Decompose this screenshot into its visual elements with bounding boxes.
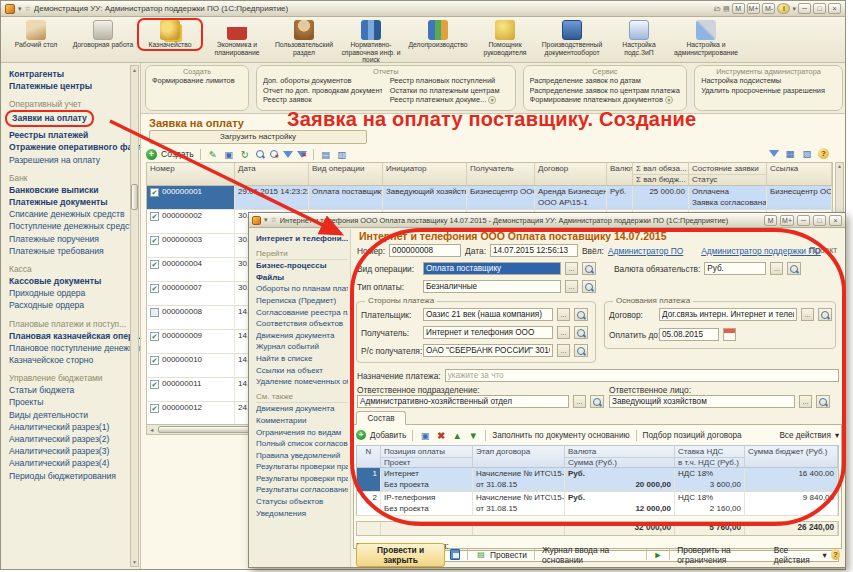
- post-and-close-button[interactable]: Провести и закрыть: [356, 543, 445, 567]
- entry-journal-button[interactable]: Журнал ввода на основании: [542, 545, 639, 565]
- recipient-choose-button[interactable]: ...: [557, 326, 570, 339]
- history-icon[interactable]: 🗁: [714, 5, 721, 12]
- pick-contract-positions-button[interactable]: Подбор позиций договора: [643, 431, 742, 440]
- clear-filter-icon[interactable]: [297, 151, 307, 158]
- panel-command[interactable]: Формирование платежных документов▼: [530, 95, 681, 105]
- items-table-row[interactable]: 1ИнтернетБез проектаНачисление № ИТС\15-…: [356, 468, 839, 492]
- sidebar-item-контрагенты[interactable]: Контрагенты: [9, 69, 64, 79]
- links-icon[interactable]: ▤: [723, 5, 730, 13]
- panel-command[interactable]: Доп. обороты документов: [263, 76, 382, 86]
- dialog-titlebar[interactable]: ▾ ☆ Интернет и телефония ООО Оплата пост…: [249, 213, 845, 228]
- payment-type-open-icon[interactable]: [582, 280, 596, 293]
- check-restrictions-button[interactable]: Проверить на ограничения: [677, 545, 769, 565]
- nav-item[interactable]: Результаты согласования: [256, 484, 348, 496]
- nav-item[interactable]: Обороты по планам плате...: [256, 283, 348, 295]
- all-actions-button[interactable]: Все действия: [774, 545, 819, 565]
- panel-command[interactable]: Формирование лимитов: [152, 76, 242, 86]
- account-choose-button[interactable]: ...: [557, 344, 570, 357]
- panel-command[interactable]: Настройка подсистемы: [701, 76, 836, 86]
- close-button[interactable]: ×: [829, 215, 842, 226]
- find-icon[interactable]: [255, 149, 265, 159]
- save-icon[interactable]: [450, 549, 460, 560]
- sidebar-item-приходные-ордера[interactable]: Приходные ордера: [9, 288, 85, 298]
- nav-item[interactable]: Удаление помеченных об...: [256, 376, 348, 388]
- payer-choose-button[interactable]: ...: [557, 308, 570, 321]
- table-header[interactable]: НомерДатаВид операцииИнициаторПолучатель…: [146, 162, 833, 186]
- department-choose-button[interactable]: ...: [573, 395, 586, 408]
- scroll-up-icon[interactable]: ▲: [132, 66, 137, 74]
- nav-item[interactable]: Ссылки на объект: [256, 365, 348, 377]
- nav-item[interactable]: Бизнес-процессы: [256, 260, 348, 272]
- cancel-find-icon[interactable]: [269, 149, 279, 159]
- favorites-star-icon[interactable]: ☆: [271, 216, 277, 224]
- calc-m-plus-button[interactable]: M+: [780, 215, 794, 226]
- ribbon-item-assistant[interactable]: Помощник руководителя: [472, 18, 538, 57]
- items-table-row[interactable]: 2IP-телефонияБез проектаНачисление № ИТС…: [356, 492, 839, 516]
- sidebar-item-аналитический-разрез-3-[interactable]: Аналитический разрез(3): [9, 446, 109, 456]
- ribbon-item-docs[interactable]: Производственный документооборот: [539, 18, 605, 57]
- nav-item[interactable]: Движения документа: [256, 330, 348, 342]
- currency-field[interactable]: [704, 262, 766, 275]
- person-choose-button[interactable]: ...: [799, 395, 812, 408]
- sidebar-item-аналитический-разрез-1-[interactable]: Аналитический разрез(1): [9, 422, 109, 432]
- chevron-down-icon[interactable]: ▾: [792, 5, 796, 13]
- payment-type-choose-button[interactable]: ...: [565, 280, 578, 293]
- panel-command[interactable]: Распределение заявок по центрам платежа: [530, 86, 681, 96]
- panel-command[interactable]: Реестр плановых поступлений: [390, 76, 509, 86]
- calc-m-button[interactable]: M: [732, 3, 745, 14]
- nav-item[interactable]: Файлы: [256, 272, 348, 284]
- add-icon[interactable]: +: [356, 430, 366, 440]
- ribbon-item-tools[interactable]: Настройка и администрирование: [673, 18, 739, 57]
- panel-command[interactable]: Удалить просроченные разрешения: [701, 86, 836, 96]
- minimize-button[interactable]: ─: [797, 215, 810, 226]
- fill-by-basis-button[interactable]: Заполнить по документу основанию: [492, 431, 629, 440]
- columns-icon[interactable]: ▥: [336, 148, 348, 160]
- favorites-star-icon[interactable]: ☆: [25, 5, 31, 13]
- person-open-icon[interactable]: [816, 395, 830, 408]
- contract-choose-button[interactable]: ...: [801, 308, 814, 321]
- chevron-down-icon[interactable]: ▼: [665, 96, 673, 104]
- close-button[interactable]: ×: [828, 3, 841, 14]
- scrollbar-thumb[interactable]: [131, 184, 138, 210]
- person-field[interactable]: [609, 395, 795, 408]
- date-field[interactable]: [490, 244, 578, 257]
- ribbon-item-user[interactable]: Пользовательский раздел: [271, 18, 337, 57]
- sidebar-item-статьи-бюджета[interactable]: Статьи бюджета: [9, 385, 74, 395]
- sidebar-item-платежные-центры[interactable]: Платежные центры: [9, 81, 92, 91]
- sidebar-item-отражение-оперативного-факта[interactable]: Отражение оперативного факта: [9, 142, 141, 152]
- ribbon-item-books[interactable]: Нормативно-справочная инф. и поиск: [338, 18, 404, 65]
- ribbon-item-desktop[interactable]: Рабочий стол: [3, 18, 69, 50]
- sidebar-item-расходные-ордера[interactable]: Расходные ордера: [9, 300, 84, 310]
- maximize-button[interactable]: □: [813, 215, 826, 226]
- panel-command[interactable]: Реестр платежных докуме...▼: [390, 95, 509, 105]
- info-icon[interactable]: i: [777, 3, 790, 14]
- main-titlebar[interactable]: ▾ ☆ Демонстрация УУ: Администратор подде…: [1, 1, 845, 17]
- panel-command[interactable]: Остатки по платежным центрам: [390, 86, 509, 96]
- currency-open-icon[interactable]: [787, 262, 801, 275]
- sidebar-item-платежные-требования[interactable]: Платежные требования: [9, 246, 104, 256]
- help-icon[interactable]: ?: [831, 549, 840, 560]
- sidebar-item-проекты[interactable]: Проекты: [9, 397, 43, 407]
- system-menu-icon[interactable]: ▾: [18, 5, 22, 13]
- department-field[interactable]: [357, 395, 569, 408]
- nav-item[interactable]: Уведомления: [256, 508, 348, 520]
- sidebar-item-разрешения-на-оплату[interactable]: Разрешения на оплату: [9, 155, 100, 165]
- play-icon[interactable]: ►: [653, 550, 662, 560]
- contract-open-icon[interactable]: [818, 308, 832, 321]
- payment-type-field[interactable]: [423, 280, 561, 293]
- add-row-button[interactable]: Добавить: [370, 431, 406, 440]
- payer-open-icon[interactable]: [574, 308, 588, 321]
- chevron-down-icon[interactable]: ▼: [488, 96, 496, 104]
- nav-item[interactable]: Движения документа: [256, 403, 348, 415]
- move-up-icon[interactable]: ▲: [451, 429, 463, 441]
- nav-item[interactable]: Найти в списке: [256, 353, 348, 365]
- tab-sostav[interactable]: Состав: [356, 411, 406, 425]
- sidebar-item-кассовые-документы[interactable]: Кассовые документы: [9, 276, 101, 286]
- calc-m-button[interactable]: M: [764, 215, 777, 226]
- create-button[interactable]: Создать: [161, 149, 194, 159]
- post-button[interactable]: ▤Провести: [475, 549, 527, 561]
- nav-item[interactable]: Согласование реестра пл...: [256, 307, 348, 319]
- panel-command[interactable]: Распределение заявок по датам: [530, 76, 681, 86]
- entered-by-link[interactable]: Администратор ПО: [608, 246, 683, 256]
- sidebar-item-платежные-документы[interactable]: Платежные документы: [9, 197, 108, 207]
